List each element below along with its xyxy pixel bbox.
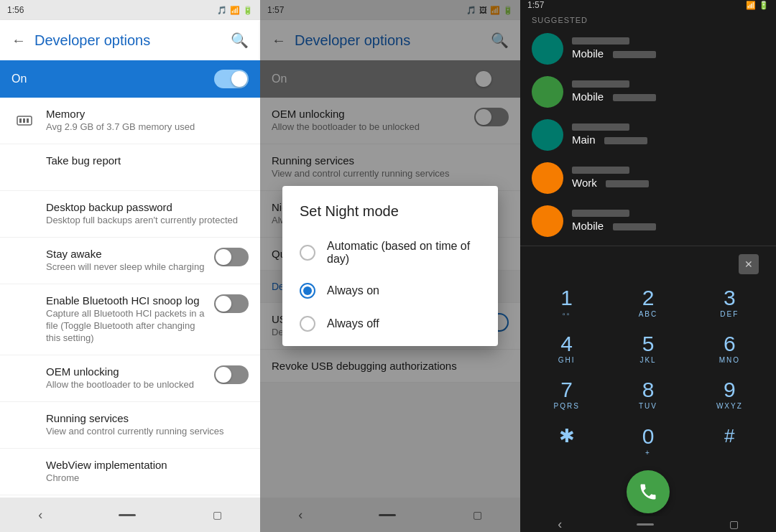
- radio-label-automatic: Automatic (based on time of day): [327, 240, 481, 266]
- radio-circle-always-on[interactable]: [300, 283, 315, 299]
- contact-type: Mobile: [572, 90, 604, 103]
- dialpad-key-hash[interactable]: #: [689, 418, 770, 465]
- contact-type: Mobile: [572, 220, 604, 232]
- on-bar-1: On: [0, 60, 260, 98]
- dialpad-key-6[interactable]: 6 MNO: [689, 326, 770, 372]
- dialpad-key-8[interactable]: 8 TUV: [607, 372, 688, 418]
- list-item[interactable]: Work: [520, 157, 776, 200]
- dialpad-key-9[interactable]: 9 WXYZ: [689, 372, 770, 418]
- back-icon-1[interactable]: ←: [11, 32, 26, 49]
- list-item[interactable]: Desktop backup password Desktop full bac…: [0, 191, 260, 238]
- contact-type: Mobile: [572, 47, 604, 60]
- list-item[interactable]: Main: [520, 113, 776, 157]
- delete-button[interactable]: ✕: [739, 254, 759, 274]
- radio-option-always-off[interactable]: Always off: [282, 307, 498, 340]
- contact-number-blur: [606, 180, 649, 187]
- dialpad-key-star[interactable]: ✱: [526, 418, 607, 465]
- on-toggle-1[interactable]: [214, 70, 249, 88]
- radio-option-automatic[interactable]: Automatic (based on time of day): [282, 231, 498, 274]
- avatar: [532, 76, 563, 108]
- avatar: [532, 33, 563, 65]
- list-item[interactable]: Stay awake Screen will never sleep while…: [0, 238, 260, 284]
- item-title: Take bug report: [46, 154, 249, 167]
- svg-rect-3: [27, 118, 29, 123]
- dialpad-key-2[interactable]: 2 ABC: [607, 280, 688, 326]
- dialpad-key-7[interactable]: 7 PQRS: [526, 372, 607, 418]
- item-sub: View and control currently running servi…: [46, 426, 249, 438]
- recents-nav-1[interactable]: ▢: [213, 509, 222, 521]
- recents-nav-3[interactable]: ▢: [729, 518, 739, 530]
- contact-name-blur: [572, 210, 629, 217]
- item-sub: Allow the bootloader to be unlocked: [46, 379, 205, 391]
- radio-label-always-on: Always on: [327, 284, 379, 297]
- svg-rect-1: [19, 118, 22, 123]
- contact-number-blur: [613, 51, 656, 58]
- app-bar-title-1: Developer options: [34, 32, 222, 49]
- time-1: 1:56: [7, 5, 24, 15]
- item-sub: Chrome: [46, 472, 249, 485]
- item-title: Desktop backup password: [46, 201, 249, 213]
- bug-icon: [11, 154, 37, 180]
- list-item[interactable]: Mobile: [520, 70, 776, 113]
- suggested-label: SUGGESTED: [520, 10, 776, 27]
- night-mode-dialog: Set Night mode Automatic (based on time …: [282, 186, 498, 346]
- radio-circle-automatic[interactable]: [300, 245, 315, 261]
- item-title: Memory: [46, 108, 249, 120]
- list-item[interactable]: OEM unlocking Allow the bootloader to be…: [0, 355, 260, 402]
- item-sub: Desktop full backups aren't currently pr…: [46, 215, 249, 227]
- call-button[interactable]: [627, 470, 670, 513]
- item-sub: Screen will never sleep while charging: [46, 261, 205, 274]
- dialpad-grid: 1 ▫▫ 2 ABC 3 DEF 4 GHI 5 JKL 6 MNO: [526, 280, 770, 465]
- back-nav-1[interactable]: ‹: [38, 508, 42, 523]
- oem-toggle[interactable]: [214, 365, 249, 384]
- list-item[interactable]: Enable Bluetooth HCI snoop log Capture a…: [0, 284, 260, 355]
- back-nav-3[interactable]: ‹: [558, 517, 562, 532]
- status-icons-1: 🎵 📶 🔋: [217, 6, 253, 15]
- awake-icon: [11, 248, 37, 274]
- dialpad-key-3[interactable]: 3 DEF: [689, 280, 770, 326]
- contact-number-blur: [604, 137, 647, 144]
- item-title: WebView implementation: [46, 459, 249, 471]
- backup-icon: [11, 201, 37, 227]
- avatar: [532, 119, 563, 151]
- list-item[interactable]: Running services View and control curren…: [0, 402, 260, 449]
- avatar: [532, 162, 563, 194]
- svg-rect-2: [23, 118, 25, 123]
- list-item[interactable]: WebView implementation Chrome: [0, 449, 260, 495]
- home-nav-3[interactable]: [637, 523, 654, 526]
- status-bar-3: 1:57 📶 🔋: [520, 0, 776, 10]
- bluetooth-toggle[interactable]: [214, 294, 249, 313]
- webview-icon: [11, 459, 37, 485]
- call-row: [526, 465, 770, 516]
- radio-option-always-on[interactable]: Always on: [282, 274, 498, 307]
- radio-label-always-off: Always off: [327, 317, 379, 330]
- radio-circle-always-off[interactable]: [300, 316, 315, 332]
- contact-type: Work: [572, 177, 597, 189]
- dialog-title: Set Night mode: [282, 203, 498, 231]
- dialpad-key-1[interactable]: 1 ▫▫: [526, 280, 607, 326]
- panel-dialer: 1:57 📶 🔋 SUGGESTED Mobile Mobile: [520, 0, 776, 532]
- list-item[interactable]: Memory Avg 2.9 GB of 3.7 GB memory used: [0, 98, 260, 144]
- bluetooth-icon: [11, 294, 37, 320]
- dialpad-key-5[interactable]: 5 JKL: [607, 326, 688, 372]
- avatar: [532, 205, 563, 237]
- contact-number-blur: [613, 94, 656, 101]
- list-item[interactable]: Mobile: [520, 27, 776, 70]
- contact-number-blur: [613, 223, 656, 230]
- nav-bar-1: ‹ ▢: [0, 498, 260, 532]
- dialpad-key-4[interactable]: 4 GHI: [526, 326, 607, 372]
- running-icon: [11, 412, 37, 438]
- item-title: Stay awake: [46, 248, 205, 260]
- oem-icon: [11, 365, 37, 391]
- item-title: Enable Bluetooth HCI snoop log: [46, 294, 205, 307]
- search-icon-1[interactable]: 🔍: [231, 32, 249, 49]
- stay-awake-toggle[interactable]: [214, 248, 249, 266]
- list-item[interactable]: Take bug report: [0, 144, 260, 191]
- contact-name-blur: [572, 37, 629, 45]
- item-sub: Capture all Bluetooth HCI packets in a f…: [46, 308, 205, 345]
- dialpad-key-0[interactable]: 0 +: [607, 418, 688, 465]
- memory-icon: [11, 108, 37, 134]
- home-nav-1[interactable]: [119, 514, 136, 516]
- panel-developer-options-1: 1:56 🎵 📶 🔋 ← Developer options 🔍 On Memo…: [0, 0, 260, 532]
- list-item[interactable]: Mobile: [520, 200, 776, 243]
